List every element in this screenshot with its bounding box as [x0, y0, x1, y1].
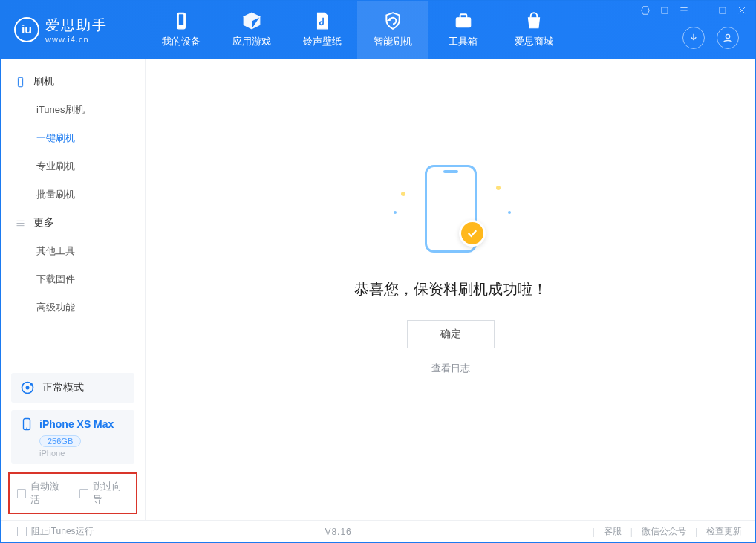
nav-label: 工具箱: [449, 35, 478, 48]
sidebar-item-batch[interactable]: 批量刷机: [1, 181, 145, 209]
nav-apps[interactable]: 应用游戏: [216, 1, 287, 59]
nav-label: 我的设备: [162, 35, 201, 48]
app-title: 爱思助手: [45, 16, 108, 35]
checkbox-label: 跳过向导: [93, 480, 128, 507]
mode-label: 正常模式: [42, 381, 84, 394]
success-title: 恭喜您，保资料刷机成功啦！: [354, 279, 547, 299]
device-icon: [172, 11, 191, 30]
svg-point-6: [726, 34, 729, 38]
body: 刷机 iTunes刷机 一键刷机 专业刷机 批量刷机 更多 其他工具 下载固件 …: [1, 59, 755, 520]
version-label: V8.16: [325, 527, 351, 537]
check-badge-icon: [459, 220, 486, 247]
nav-label: 应用游戏: [232, 35, 271, 48]
cube-icon: [242, 11, 261, 30]
nav-store[interactable]: 爱思商城: [498, 1, 569, 59]
sidebar-item-othertools[interactable]: 其他工具: [1, 237, 145, 265]
footer-link-update[interactable]: 检查更新: [706, 525, 742, 538]
sidebar: 刷机 iTunes刷机 一键刷机 专业刷机 批量刷机 更多 其他工具 下载固件 …: [1, 59, 146, 520]
sidebar-bottom: 正常模式 iPhone XS Max 256GB iPhone: [1, 373, 145, 471]
nav-flash[interactable]: 智能刷机: [357, 1, 428, 59]
logo-text: 爱思助手 www.i4.cn: [45, 16, 108, 44]
view-log-link[interactable]: 查看日志: [431, 362, 470, 375]
app-subtitle: www.i4.cn: [45, 35, 108, 44]
footer-link-wechat[interactable]: 微信公众号: [642, 525, 686, 538]
skin-icon[interactable]: [659, 5, 671, 16]
logo-block: iu 爱思助手 www.i4.cn: [1, 1, 146, 59]
profile-button[interactable]: [717, 27, 739, 49]
mode-card[interactable]: 正常模式: [11, 373, 134, 403]
bag-icon: [524, 11, 544, 30]
nav-tools[interactable]: 工具箱: [428, 1, 498, 59]
app-window: iu 爱思助手 www.i4.cn 我的设备 应用游戏: [0, 0, 756, 543]
svg-rect-7: [18, 77, 22, 87]
device-capacity: 256GB: [39, 435, 81, 447]
shield-refresh-icon: [383, 11, 403, 30]
sidebar-item-advanced[interactable]: 高级功能: [1, 293, 145, 322]
checkbox-icon: [17, 489, 26, 498]
sidebar-item-itunes[interactable]: iTunes刷机: [1, 96, 145, 124]
highlighted-options: 自动激活 跳过向导: [8, 472, 137, 514]
maximize-icon[interactable]: [717, 5, 729, 16]
theme-icon[interactable]: [639, 5, 651, 16]
close-icon[interactable]: [736, 5, 748, 16]
nav-label: 智能刷机: [374, 35, 412, 48]
svg-rect-1: [178, 14, 184, 25]
footer-link-support[interactable]: 客服: [604, 525, 622, 538]
checkbox-icon: [79, 489, 88, 498]
checkbox-auto-activate[interactable]: 自动激活: [17, 480, 66, 507]
success-illustration: [388, 159, 514, 263]
toolbox-icon: [454, 11, 473, 30]
nav-my-device[interactable]: 我的设备: [146, 1, 216, 59]
group-label: 更多: [33, 216, 54, 230]
device-card[interactable]: iPhone XS Max 256GB iPhone: [11, 410, 134, 464]
header: iu 爱思助手 www.i4.cn 我的设备 应用游戏: [1, 1, 755, 59]
top-nav: 我的设备 应用游戏 铃声壁纸 智能刷机: [146, 1, 569, 59]
footer: 阻止iTunes运行 V8.16 | 客服 | 微信公众号 | 检查更新: [1, 520, 755, 542]
svg-rect-4: [662, 7, 668, 13]
svg-rect-3: [460, 14, 466, 18]
music-file-icon: [313, 11, 332, 30]
header-actions: [682, 27, 739, 49]
download-button[interactable]: [682, 27, 705, 49]
svg-rect-5: [720, 7, 726, 13]
checkbox-icon: [17, 527, 27, 536]
svg-point-10: [30, 383, 32, 385]
phone-outline-icon: [14, 76, 26, 88]
device-name: iPhone XS Max: [39, 418, 114, 430]
sidebar-list: 刷机 iTunes刷机 一键刷机 专业刷机 批量刷机 更多 其他工具 下载固件 …: [1, 59, 145, 373]
sidebar-item-pro[interactable]: 专业刷机: [1, 152, 145, 181]
sidebar-item-oneclick[interactable]: 一键刷机: [1, 124, 145, 152]
checkbox-skip-wizard[interactable]: 跳过向导: [79, 480, 128, 507]
checkbox-label: 阻止iTunes运行: [31, 525, 94, 538]
menu-lines-icon: [14, 217, 26, 229]
sidebar-group-more: 更多: [1, 209, 145, 237]
content: 恭喜您，保资料刷机成功啦！ 确定 查看日志: [146, 59, 755, 520]
nav-label: 爱思商城: [515, 35, 553, 48]
checkbox-label: 自动激活: [30, 480, 66, 507]
phone-icon: [20, 417, 33, 431]
svg-point-12: [26, 428, 27, 429]
mode-icon: [20, 380, 35, 395]
device-type: iPhone: [39, 449, 126, 458]
nav-label: 铃声壁纸: [303, 35, 342, 48]
sidebar-group-flash: 刷机: [1, 68, 145, 96]
group-label: 刷机: [33, 75, 54, 88]
minimize-icon[interactable]: [697, 5, 709, 16]
checkbox-block-itunes[interactable]: 阻止iTunes运行: [17, 525, 94, 538]
menu-icon[interactable]: [678, 5, 690, 16]
logo-icon: iu: [14, 17, 39, 42]
ok-button[interactable]: 确定: [407, 320, 495, 348]
svg-point-9: [26, 386, 30, 390]
footer-links: | 客服 | 微信公众号 | 检查更新: [593, 525, 742, 538]
nav-ringtones[interactable]: 铃声壁纸: [287, 1, 357, 59]
window-controls: [639, 5, 748, 16]
sidebar-item-firmware[interactable]: 下载固件: [1, 265, 145, 293]
